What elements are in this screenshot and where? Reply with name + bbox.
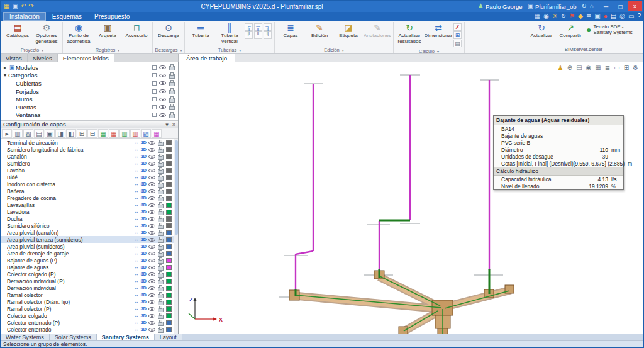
diameter-arrows-icon[interactable]: ↔ <box>133 202 138 208</box>
menu-tab-presupuesto[interactable]: Presupuesto <box>88 12 136 21</box>
diameter-arrows-icon[interactable]: ↔ <box>133 223 138 228</box>
pin-icon[interactable]: ● <box>604 13 608 20</box>
visibility-icon[interactable] <box>159 112 166 118</box>
diameter-arrows-icon[interactable]: ↔ <box>133 154 138 159</box>
layer-color-swatch[interactable] <box>166 306 172 312</box>
view-3d-toggle[interactable]: 3D <box>140 195 147 201</box>
layer-row-colector-enterrado[interactable]: Colector enterrado↔3D <box>1 326 174 333</box>
print-icon[interactable] <box>157 223 164 229</box>
print-icon[interactable] <box>157 195 164 201</box>
ribbon-button-opciones-generales[interactable]: ⚙Opciones generales <box>32 22 61 46</box>
layer-color-swatch[interactable] <box>166 189 172 194</box>
layer-row-fregadero-de-cocina[interactable]: Fregadero de cocina↔3D <box>1 194 174 201</box>
layer-color-swatch[interactable] <box>166 203 172 208</box>
layer-color-swatch[interactable] <box>166 327 172 332</box>
view-3d-toggle[interactable]: 3D <box>140 306 147 312</box>
layer-color-swatch[interactable] <box>166 237 172 242</box>
ribbon-button-punto-de-acometida[interactable]: ◉Punto de acometida <box>64 22 93 46</box>
layer-color-swatch[interactable] <box>166 147 172 152</box>
layer-color-swatch[interactable] <box>166 175 172 180</box>
expand-arrow-icon[interactable]: ▸ <box>2 65 8 70</box>
visibility-icon[interactable] <box>148 306 155 312</box>
print-icon[interactable] <box>157 244 164 250</box>
grid-icon[interactable]: ⊞ <box>624 64 629 71</box>
select-box-icon[interactable] <box>152 97 157 101</box>
diameter-arrows-icon[interactable]: ↔ <box>133 160 138 166</box>
maximize-button[interactable]: □ <box>613 1 628 11</box>
ribbon-button-edicion[interactable]: ✎Edición <box>305 22 334 46</box>
view-3d-toggle[interactable]: 3D <box>140 202 147 208</box>
view-3d-toggle[interactable]: 3D <box>140 181 147 187</box>
save-icon[interactable]: ▣ <box>12 3 18 9</box>
layer-row-colector-enterrado-p[interactable]: Colector enterrado (P)↔3D <box>1 319 174 326</box>
box-icon[interactable]: ▦ <box>595 64 601 71</box>
layer-color-swatch[interactable] <box>166 320 172 325</box>
collapse-icon[interactable]: ▾ <box>165 121 169 128</box>
visibility-on-icon[interactable]: ▥ <box>119 129 130 138</box>
layer-row-ramal-colector[interactable]: Ramal colector↔3D <box>1 291 174 298</box>
layer-color-swatch[interactable] <box>166 216 172 222</box>
globe-icon[interactable]: ◎ <box>619 13 625 20</box>
print-icon[interactable] <box>157 230 164 236</box>
layer-color-swatch[interactable] <box>166 230 172 235</box>
view-3d-toggle[interactable]: 3D <box>140 230 147 235</box>
ribbon-button-descarga[interactable]: ⊙Descarga <box>154 22 183 46</box>
layer-row-colector-colgado-p[interactable]: Colector colgado (P)↔3D <box>1 271 174 278</box>
grid-minus-icon[interactable]: ⊟ <box>87 129 97 138</box>
layer-row-bide[interactable]: Bidé↔3D <box>1 174 174 181</box>
pipe-corner-icon[interactable]: ╔ <box>245 23 253 31</box>
layer-color-swatch[interactable] <box>166 161 172 166</box>
window-icon[interactable]: ▣ <box>45 129 55 138</box>
menu-tab-esquemas[interactable]: Esquemas <box>46 12 88 21</box>
layer-row-ramal-colector-p[interactable]: Ramal colector (P)↔3D <box>1 305 174 312</box>
layer-row-lavavajillas[interactable]: Lavavajillas↔3D <box>1 201 174 208</box>
print-icon[interactable] <box>157 181 164 188</box>
visibility-icon[interactable] <box>148 244 155 250</box>
layer-row-lavabo[interactable]: Lavabo↔3D <box>1 167 174 174</box>
panel-tab-niveles[interactable]: Niveles <box>28 54 58 62</box>
sheet-icon[interactable]: ▤ <box>453 40 462 47</box>
visibility-icon[interactable] <box>148 147 155 153</box>
terrain-sdp-button[interactable]: ●Terrain SDP - Sanitary Systems <box>585 22 640 38</box>
layer-row-area-pluvial-terraza-sumideros[interactable]: Área pluvial terraza (sumideros)↔3D <box>1 236 174 243</box>
visibility-icon[interactable] <box>148 223 155 229</box>
rotate-icon[interactable]: ↻ <box>561 13 566 20</box>
layers-icon[interactable]: ≣ <box>586 13 591 20</box>
visibility-icon[interactable] <box>159 96 166 103</box>
diameter-arrows-icon[interactable]: ↔ <box>133 292 138 298</box>
print-icon[interactable] <box>157 216 164 222</box>
visibility-icon[interactable] <box>148 202 155 208</box>
cube-blue-icon[interactable]: ▧ <box>141 129 151 138</box>
pipe-cross-icon[interactable]: ╩ <box>254 31 262 39</box>
diameter-arrows-icon[interactable]: ↔ <box>133 167 138 173</box>
view-3d-toggle[interactable]: 3D <box>140 278 147 284</box>
menu-tab-instalacion[interactable]: Instalación <box>3 12 46 21</box>
cancel-icon[interactable]: ✗ <box>453 23 462 31</box>
ribbon-button-tuberia[interactable]: ═Tubería <box>186 22 215 46</box>
visibility-icon[interactable] <box>148 264 155 271</box>
diameter-arrows-icon[interactable]: ↔ <box>133 313 138 318</box>
box-icon[interactable]: ▣ <box>594 13 600 20</box>
bajante-pipes[interactable] <box>296 75 489 290</box>
diameter-arrows-icon[interactable]: ↔ <box>133 320 138 325</box>
print-icon[interactable] <box>157 257 164 264</box>
select-box-icon[interactable] <box>152 89 157 94</box>
layer-color-swatch[interactable] <box>166 286 172 291</box>
layer-color-swatch[interactable] <box>166 279 172 284</box>
tag-icon[interactable]: ◆ <box>578 13 583 20</box>
tree-row-modelos[interactable]: ▸▣Modelos <box>1 64 178 72</box>
colors-on-icon[interactable]: ▦ <box>98 129 108 138</box>
tree-row-ventanas[interactable]: Ventanas <box>1 111 178 120</box>
print-icon[interactable] <box>157 167 164 174</box>
grid-icon[interactable]: ⊞ <box>453 31 462 39</box>
dialog-launcher-icon[interactable]: ▾ <box>42 48 43 52</box>
diameter-arrows-icon[interactable]: ↔ <box>133 327 138 332</box>
view-3d-toggle[interactable]: 3D <box>140 237 147 242</box>
diameter-arrows-icon[interactable]: ↔ <box>133 181 138 187</box>
view-3d-toggle[interactable]: 3D <box>140 292 147 298</box>
visibility-icon[interactable] <box>148 230 155 236</box>
bottom-tab-sanitary-systems[interactable]: Sanitary Systems <box>97 334 155 340</box>
print-icon[interactable] <box>157 271 164 278</box>
visibility-icon[interactable] <box>159 88 166 94</box>
layer-row-inodoro-con-cisterna[interactable]: Inodoro con cisterna↔3D <box>1 181 174 188</box>
